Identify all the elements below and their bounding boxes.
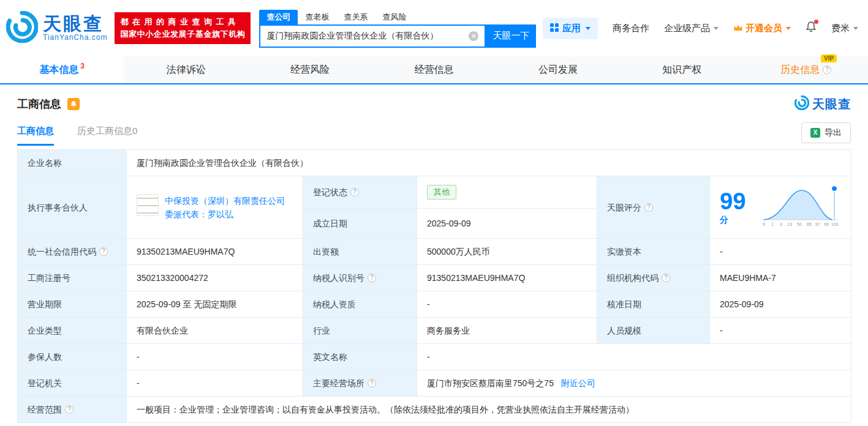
tab-operation-risk[interactable]: 经营风险: [248, 56, 372, 83]
field-label-text: 天眼评分: [607, 203, 641, 212]
establish-date-value: 2025-09-09: [417, 209, 597, 239]
search-tabs: 查公司 查老板 查关系 查风险: [259, 9, 536, 24]
field-label: 英文名称: [303, 344, 417, 370]
insured-count-value: -: [127, 344, 303, 370]
svg-text:50: 50: [797, 222, 802, 226]
subtab-business-info[interactable]: 工商信息: [17, 125, 54, 146]
svg-text:97: 97: [815, 222, 820, 226]
registration-status-value: 其他: [417, 176, 597, 209]
subscribe-bell-icon[interactable]: [67, 98, 80, 110]
approval-date-value: 2025-09-09: [710, 291, 851, 318]
subtab-history-business-info[interactable]: 历史工商信息0: [77, 125, 137, 146]
top-header: 天眼查 TianYanCha.com 都在用的商业查询工具 国家中小企业发展子基…: [0, 0, 868, 56]
organization-code-value: MAEU9HMA-7: [710, 265, 851, 291]
partner-company-logo[interactable]: [137, 194, 159, 216]
tab-company-development[interactable]: 公司发展: [496, 56, 620, 83]
chevron-down-icon: [786, 27, 791, 30]
table-row: 营业期限 2025-09-09 至 无固定期限 纳税人资质 - 核准日期 202…: [18, 291, 851, 318]
tianyancha-logo[interactable]: 天眼查 TianYanCha.com: [6, 11, 107, 45]
tab-label: 基本信息: [39, 64, 78, 77]
field-label: 人员规模: [597, 318, 710, 344]
open-vip-menu[interactable]: 开通会员: [733, 23, 791, 34]
help-icon[interactable]: [662, 274, 670, 282]
chevron-down-icon: [714, 27, 719, 30]
premises-value: 厦门市翔安区蔡厝南里750号之75 附近公司: [417, 370, 851, 397]
table-row: 参保人数 - 英文名称 -: [18, 344, 851, 370]
export-label: 导出: [825, 127, 842, 138]
search-box: ✕: [259, 24, 486, 48]
tab-legal-proceedings[interactable]: 法律诉讼: [124, 56, 247, 83]
business-term-value: 2025-09-09 至 无固定期限: [127, 291, 303, 318]
field-label-text: 统一社会信用代码: [28, 247, 96, 256]
logo-subtext: TianYanCha.com: [43, 33, 107, 42]
table-row: 登记机关 - 主要经营场所 厦门市翔安区蔡厝南里750号之75 附近公司: [18, 370, 851, 397]
svg-text:100: 100: [831, 222, 839, 226]
field-label: 参保人数: [18, 344, 127, 370]
search-tab-company[interactable]: 查公司: [259, 10, 298, 24]
table-row: 企业名称 厦门翔南政圆企业管理合伙企业（有限合伙）: [18, 150, 851, 176]
business-cooperation-link[interactable]: 商务合作: [613, 23, 649, 34]
grid-icon: [550, 23, 559, 34]
help-icon[interactable]: [823, 65, 831, 74]
partner-company-link[interactable]: 中保投资（深圳）有限责任公司: [165, 196, 285, 206]
tab-operation-info[interactable]: 经营信息: [372, 56, 496, 83]
tab-label: 经营风险: [290, 64, 330, 77]
field-label: 登记机关: [18, 370, 127, 397]
svg-text:99: 99: [824, 222, 829, 226]
table-row: 企业类型 有限合伙企业 行业 商务服务业 人员规模 -: [18, 318, 851, 344]
search-tab-relation[interactable]: 查关系: [336, 10, 375, 24]
slogan-line2: 国家中小企业发展子基金旗下机构: [120, 28, 245, 40]
chevron-down-icon: [853, 27, 858, 30]
nearby-companies-link[interactable]: 附近公司: [561, 378, 595, 388]
company-type-value: 有限合伙企业: [127, 318, 303, 344]
partner-representative-link[interactable]: 委派代表：罗以弘: [165, 209, 233, 219]
svg-text:0: 0: [763, 222, 765, 226]
table-row: 工商注册号 350213320004272 纳税人识别号 91350213MAE…: [18, 265, 851, 291]
watermark-logo: 天眼查: [794, 95, 851, 113]
status-badge: 其他: [427, 185, 456, 200]
search-button[interactable]: 天眼一下: [486, 24, 536, 48]
field-label: 企业类型: [18, 318, 127, 344]
help-icon[interactable]: [368, 379, 376, 387]
field-label: 行业: [303, 318, 417, 344]
help-icon[interactable]: [65, 405, 74, 414]
field-label: 工商注册号: [18, 265, 127, 291]
tab-label: 历史信息: [780, 64, 820, 75]
table-row: 统一社会信用代码 91350213MAEU9HMA7Q 出资额 500000万人…: [18, 239, 851, 265]
svg-text:1: 1: [771, 222, 774, 226]
table-row: 经营范围 一般项目：企业管理；企业管理咨询；以自有资金从事投资活动。（除依法须经…: [18, 397, 851, 423]
field-label-text: 主要经营场所: [313, 378, 364, 388]
tab-intellectual-property[interactable]: 知识产权: [620, 56, 744, 83]
field-label: 成立日期: [303, 209, 417, 239]
apps-menu[interactable]: 应用: [543, 18, 598, 39]
chevron-down-icon: [586, 27, 591, 30]
brand-slogan: 都在用的商业查询工具 国家中小企业发展子基金旗下机构: [115, 12, 251, 44]
field-label-text: 组织机构代码: [607, 273, 659, 283]
tab-basic-info[interactable]: 基本信息 3: [0, 56, 124, 83]
help-icon[interactable]: [644, 203, 653, 212]
search-input[interactable]: [266, 31, 469, 41]
notification-dot: [814, 20, 818, 24]
help-icon[interactable]: [368, 274, 376, 282]
field-label: 核准日期: [597, 291, 710, 318]
search-tab-risk[interactable]: 查风险: [375, 10, 413, 24]
clear-search-icon[interactable]: ✕: [469, 31, 478, 41]
field-label: 纳税人识别号: [303, 265, 417, 291]
notifications-bell[interactable]: [806, 21, 817, 35]
business-scope-value: 一般项目：企业管理；企业管理咨询；以自有资金从事投资活动。（除依法须经批准的项目…: [127, 397, 851, 423]
svg-text:13: 13: [787, 222, 792, 226]
vip-label: 开通会员: [745, 23, 782, 34]
help-icon[interactable]: [99, 247, 108, 256]
search-tab-boss[interactable]: 查老板: [298, 10, 336, 24]
field-label-text: 经营范围: [28, 405, 62, 414]
username-label: 费米: [831, 23, 850, 34]
registration-authority-value: -: [127, 370, 303, 397]
executive-partner-cell: 中保投资（深圳）有限责任公司 委派代表：罗以弘: [127, 176, 303, 239]
subtab-row: 工商信息 历史工商信息0 X 导出: [0, 113, 868, 146]
tab-history-info[interactable]: 历史信息 VIP: [744, 56, 868, 83]
user-menu[interactable]: 费米: [831, 23, 858, 34]
help-icon[interactable]: [350, 188, 359, 196]
export-button[interactable]: X 导出: [801, 122, 851, 143]
enterprise-products-menu[interactable]: 企业级产品: [664, 23, 719, 34]
tianyancha-swirl-icon: [794, 95, 809, 113]
